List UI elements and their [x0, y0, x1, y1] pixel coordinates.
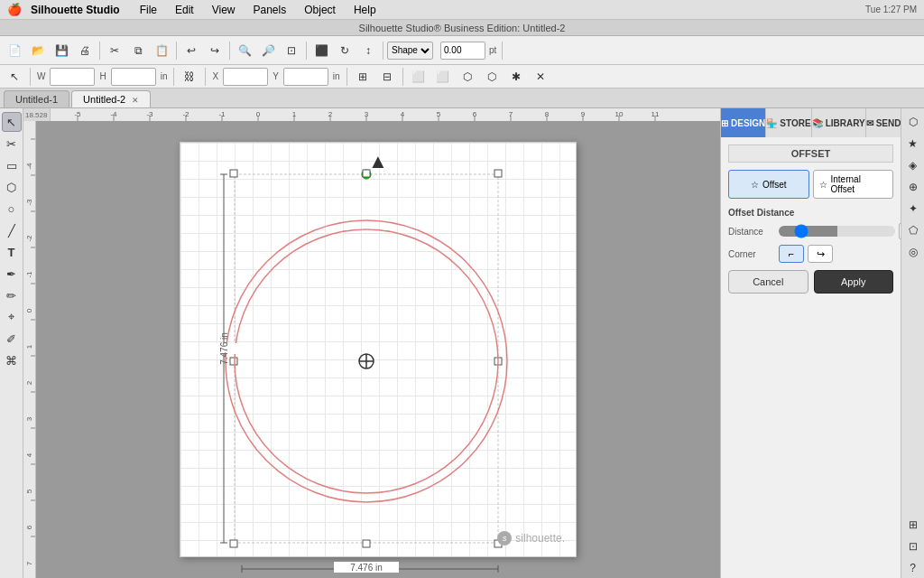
- handle-tr[interactable]: [494, 170, 502, 177]
- separator: [30, 68, 31, 86]
- panel-icon-5[interactable]: ✦: [903, 199, 923, 219]
- panel-icon-2[interactable]: ★: [903, 134, 923, 154]
- flip-button[interactable]: ↕: [357, 40, 379, 61]
- handle-bm[interactable]: [363, 540, 370, 547]
- panel-icon-6[interactable]: ⬠: [903, 220, 923, 240]
- weld-button[interactable]: ✱: [505, 66, 527, 88]
- eraser-tool[interactable]: ⌖: [2, 307, 22, 327]
- far-right-panel: ⬡ ★ ◈ ⊕ ✦ ⬠ ◎ ⊞ ⊡ ?: [901, 108, 924, 578]
- new-button[interactable]: 📄: [4, 40, 25, 61]
- shape-selector[interactable]: Shape: [387, 42, 433, 60]
- zoom-out-button[interactable]: 🔎: [257, 40, 279, 61]
- height-input[interactable]: 7.776: [111, 68, 156, 86]
- polygon-tool[interactable]: ⬡: [2, 177, 22, 197]
- panel-icon-bottom-2[interactable]: ⊡: [903, 536, 923, 556]
- tab-close-icon[interactable]: ✕: [132, 96, 139, 105]
- paste-button[interactable]: 📋: [151, 40, 172, 61]
- offset-button[interactable]: ☆ Offset: [728, 170, 809, 199]
- canvas-container[interactable]: ▲: [36, 121, 720, 578]
- redo-button[interactable]: ↪: [204, 40, 226, 61]
- library-nav-button[interactable]: 📚 LIBRARY: [812, 108, 866, 137]
- grid-snap-button[interactable]: ⊞: [352, 66, 374, 88]
- design-nav-button[interactable]: ⊞ DESIGN: [721, 108, 766, 137]
- bezier-tool[interactable]: ✐: [2, 329, 22, 349]
- text-tool[interactable]: T: [2, 242, 22, 262]
- menu-object[interactable]: Object: [297, 2, 343, 18]
- save-button[interactable]: 💾: [51, 40, 72, 61]
- print-button[interactable]: 🖨: [74, 40, 96, 61]
- cut-tool[interactable]: ✂: [2, 134, 22, 154]
- panel-action-buttons: Cancel Apply: [728, 270, 893, 294]
- ungroup-button[interactable]: ⬡: [481, 66, 503, 88]
- line-tool[interactable]: ╱: [2, 220, 22, 240]
- pencil-tool[interactable]: ✏: [2, 285, 22, 305]
- undo-button[interactable]: ↩: [180, 40, 202, 61]
- zoom-in-button[interactable]: 🔍: [234, 40, 255, 61]
- separator: [205, 68, 206, 86]
- drawing-layer[interactable]: 7.476 in 7.476 in: [180, 143, 578, 558]
- rectangle-tool[interactable]: ▭: [2, 155, 22, 175]
- content-area: 18.528 : -3.211 -5 -4 -3 -2: [23, 108, 720, 578]
- zoom-fit-button[interactable]: ⊡: [281, 40, 302, 61]
- menu-panels[interactable]: Panels: [246, 2, 294, 18]
- panel-icon-4[interactable]: ⊕: [903, 177, 923, 197]
- w-label: W: [35, 71, 47, 81]
- store-icon: 🏪: [766, 118, 777, 128]
- svg-text:7: 7: [509, 110, 513, 118]
- help-icon[interactable]: ?: [903, 558, 923, 578]
- width-input[interactable]: 7.776: [50, 68, 95, 86]
- design-canvas[interactable]: ▲: [180, 142, 577, 557]
- menu-file[interactable]: File: [133, 2, 164, 18]
- internal-offset-button[interactable]: ☆ Internal Offset: [813, 170, 894, 199]
- x-input[interactable]: 2.158: [223, 68, 268, 86]
- panel-icon-7[interactable]: ◎: [903, 242, 923, 262]
- watermark-logo: s: [497, 531, 512, 545]
- pen-tool[interactable]: ✒: [2, 264, 22, 284]
- svg-text:2: 2: [328, 110, 333, 118]
- menu-edit[interactable]: Edit: [168, 2, 201, 18]
- mirror-h-button[interactable]: ⬜: [408, 66, 430, 88]
- handle-tm[interactable]: [363, 170, 370, 177]
- x-label: X: [210, 71, 220, 81]
- align-button[interactable]: ⬛: [310, 40, 332, 61]
- open-button[interactable]: 📂: [27, 40, 49, 61]
- group-button[interactable]: ⬡: [457, 66, 478, 88]
- send-nav-button[interactable]: ✉ SEND: [866, 108, 901, 137]
- cut-button[interactable]: ✂: [104, 40, 125, 61]
- menu-help[interactable]: Help: [346, 2, 383, 18]
- handle-bl[interactable]: [230, 540, 237, 547]
- panel-icon-3[interactable]: ◈: [903, 155, 923, 175]
- ruler-top: 18.528 : -3.211 -5 -4 -3 -2: [23, 108, 720, 121]
- eyedropper-tool[interactable]: ⌘: [2, 350, 22, 370]
- menu-view[interactable]: View: [205, 2, 243, 18]
- panel-icon-1[interactable]: ⬡: [903, 112, 923, 132]
- rotate-button[interactable]: ↻: [334, 40, 356, 61]
- svg-text:0: 0: [256, 110, 261, 118]
- stroke-input[interactable]: [440, 42, 485, 60]
- tab-untitled1[interactable]: Untitled-1: [4, 90, 69, 107]
- selection-tool[interactable]: ↖: [2, 112, 22, 132]
- mirror-v-button[interactable]: ⬜: [432, 66, 454, 88]
- close-shape-button[interactable]: ✕: [530, 66, 551, 88]
- lock-aspect-button[interactable]: ⛓: [179, 66, 200, 88]
- handle-tl[interactable]: [230, 170, 237, 177]
- corner-round-button[interactable]: ↪: [808, 245, 833, 263]
- y-input[interactable]: 1.943: [283, 68, 328, 86]
- svg-text:8: 8: [545, 110, 550, 118]
- select-tool-button[interactable]: ↖: [4, 66, 25, 88]
- tab-untitled2[interactable]: Untitled-2 ✕: [71, 90, 151, 107]
- apple-logo-icon[interactable]: 🍎: [7, 3, 22, 16]
- cancel-button[interactable]: Cancel: [728, 270, 808, 294]
- library-icon: 📚: [812, 118, 823, 128]
- panel-icon-bottom-1[interactable]: ⊞: [903, 515, 923, 535]
- copy-button[interactable]: ⧉: [127, 40, 149, 61]
- svg-text:-2: -2: [25, 235, 33, 242]
- ellipse-tool[interactable]: ○: [2, 199, 22, 219]
- distribute-button[interactable]: ⊟: [376, 66, 398, 88]
- handle-ml[interactable]: [230, 358, 237, 365]
- apply-button[interactable]: Apply: [814, 270, 894, 294]
- corner-square-button[interactable]: ⌐: [779, 245, 804, 263]
- distance-slider[interactable]: [779, 226, 895, 237]
- offset-button-label: Offset: [762, 180, 787, 190]
- store-nav-button[interactable]: 🏪 STORE: [766, 108, 811, 137]
